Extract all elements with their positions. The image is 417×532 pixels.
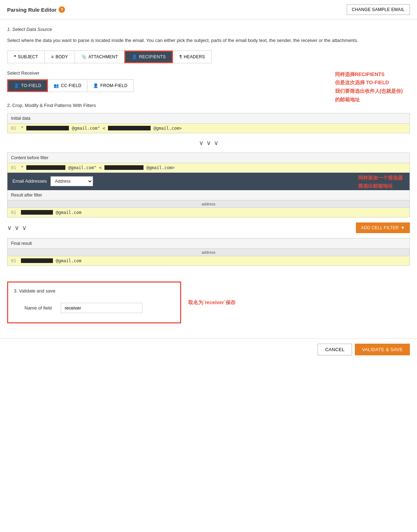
result-suffix: @gmail.com <box>56 210 81 215</box>
filter-type-select[interactable]: Address Name Full <box>50 176 93 186</box>
save-annotation: 取名为`receiver`保存 <box>188 299 235 307</box>
receiver-tab-cc[interactable]: 👥 CC-FIELD <box>48 79 87 92</box>
validate-save-button[interactable]: VALIDATE & SAVE <box>355 344 410 355</box>
email-filter-bar: Email Addresses Address Name Full <box>7 173 410 190</box>
content-before-filter-header: Content before filter <box>7 153 410 163</box>
receiver-tab-from[interactable]: 👤 FROM-FIELD <box>87 79 134 92</box>
field-label: Name of field <box>25 305 56 311</box>
result-after-filter-header: Result after filter <box>7 190 410 200</box>
tab-headers[interactable]: ¶ HEADERS <box>173 50 212 63</box>
recipients-icon: 👤 <box>132 54 137 59</box>
filter-annotation: 同样添加一个筛选器 筛选出邮箱地址 <box>358 174 403 191</box>
tab-subject[interactable]: ❝ SUBJECT <box>7 50 45 63</box>
row-num-filter: 01 <box>11 165 18 170</box>
bottom-bar: CANCEL VALIDATE & SAVE <box>0 338 417 360</box>
help-icon[interactable]: ? <box>59 6 65 13</box>
result-row-num: 01 <box>11 210 18 215</box>
result-sub-header: address <box>7 200 410 208</box>
recipient-annotation: 同样选择RECIPIENTS 但是这次选择 TO-FIELD 我们要筛选出收件人… <box>335 70 403 104</box>
final-row-num: 01 <box>11 258 18 263</box>
receiver-tab-to[interactable]: 👤 TO-FIELD <box>7 79 48 92</box>
arrows-down-1: ∨ ∨ ∨ <box>7 133 410 152</box>
field-name-row: Name of field <box>14 299 174 317</box>
final-result-block: Final result address 01 @gmail.com <box>7 238 410 266</box>
section3-title: 3. Validate and save <box>14 288 174 294</box>
title-text: Parsing Rule Editor <box>7 7 56 13</box>
result-row: 01 @gmail.com <box>7 208 410 217</box>
validate-section: 3. Validate and save Name of field <box>7 281 181 323</box>
page-title: Parsing Rule Editor ? <box>7 6 65 13</box>
redacted-filter1 <box>26 165 65 170</box>
final-suffix: @gmail.com <box>56 258 81 263</box>
cc-field-icon: 👥 <box>54 83 59 88</box>
change-sample-email-button[interactable]: CHANGE SAMPLE EMAIL <box>347 4 410 15</box>
add-cell-filter-button[interactable]: ADD CELL FILTER ▼ <box>356 222 410 233</box>
headers-icon: ¶ <box>179 54 182 59</box>
tab-body[interactable]: ≡ BODY <box>44 50 75 63</box>
redacted-result <box>21 210 53 215</box>
redacted-filter2 <box>104 165 143 170</box>
attachment-icon: 📎 <box>81 54 87 59</box>
row-num: 01 <box>11 126 18 131</box>
top-bar: Parsing Rule Editor ? CHANGE SAMPLE EMAI… <box>0 0 417 20</box>
subject-icon: ❝ <box>14 54 16 59</box>
email-addresses-label: Email Addresses <box>12 178 47 184</box>
body-icon: ≡ <box>51 54 54 59</box>
redacted-email1 <box>26 126 69 130</box>
section1-description: Select where the data you want to parse … <box>7 37 410 44</box>
filter-content-row: 01 " @gmail.com" < @gmail.com> <box>7 163 410 173</box>
arrows-down-2: ∨ ∨ ∨ <box>7 224 27 232</box>
initial-data-header: Initial data <box>7 113 410 124</box>
initial-data-row: 01 " @gmail.com" < @gmail.com> <box>7 124 410 133</box>
field-name-input[interactable] <box>61 303 142 313</box>
add-filter-row: ∨ ∨ ∨ ADD CELL FILTER ▼ <box>7 217 410 238</box>
initial-data-table: Initial data 01 " @gmail.com" < @gmail.c… <box>7 113 410 133</box>
to-field-icon: 👤 <box>14 83 19 88</box>
final-result-row: 01 @gmail.com <box>7 256 410 265</box>
final-result-header: Final result <box>7 238 410 249</box>
filter-block: Content before filter 01 " @gmail.com" <… <box>7 152 410 217</box>
cancel-button[interactable]: CANCEL <box>318 344 352 355</box>
redacted-final <box>21 258 53 263</box>
redacted-email2 <box>108 126 151 130</box>
tab-recipients[interactable]: 👤 RECIPIENTS <box>124 50 173 63</box>
section1-title: 1. Select Data Source <box>7 27 410 32</box>
from-field-icon: 👤 <box>93 83 98 88</box>
final-result-sub: address <box>7 249 410 256</box>
tab-attachment[interactable]: 📎 ATTACHMENT <box>75 50 125 63</box>
data-source-tabs: ❝ SUBJECT ≡ BODY 📎 ATTACHMENT 👤 RECIPIEN… <box>7 50 410 63</box>
dropdown-arrow-icon: ▼ <box>401 225 405 230</box>
